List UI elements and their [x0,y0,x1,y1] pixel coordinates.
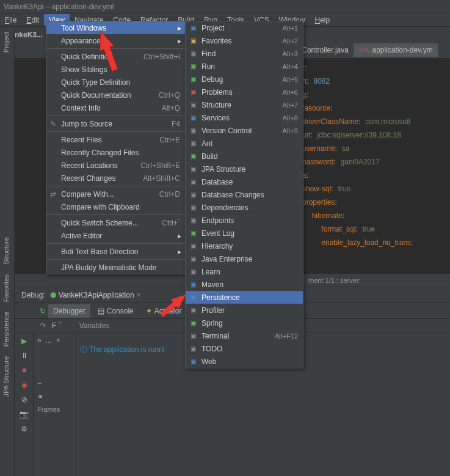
tool-window-item[interactable]: ▣TODO [186,342,303,355]
tool-window-item[interactable]: ▣Spring [186,317,303,329]
shortcut: Ctrl+D [159,190,180,199]
tool-label: Debug [201,75,223,84]
tool-icon: ▣ [189,255,197,263]
sidebar-tab-structure[interactable]: Structure [0,232,14,269]
menu-file[interactable]: File [0,14,21,26]
tool-label: Learn [201,268,220,276]
tool-window-item[interactable]: ▣ServicesAlt+8 [186,111,303,124]
tool-icon: ▣ [189,268,197,276]
tab-application-dev[interactable]: YML application-dev.ym [354,43,438,57]
stop-icon[interactable]: ■ [20,365,29,375]
prev-frame-icon[interactable]: » [37,336,42,345]
menu-item[interactable]: Context InfoAlt+Q [46,101,185,114]
menu-item[interactable]: Appearance▸ [46,34,185,47]
tool-icon: ▣ [189,280,197,289]
tool-window-item[interactable]: ▣Endpoints [186,214,303,227]
menu-item[interactable]: Tool Windows▸ [46,21,185,34]
tool-window-item[interactable]: ▣Java Enterprise [186,252,303,265]
minus-icon[interactable]: − [37,379,72,387]
tool-window-item[interactable]: ▣Web [186,355,303,368]
menu-item[interactable]: Recent ChangesAlt+Shift+C [46,172,185,185]
menu-item[interactable]: Quick DefinitionCtrl+Shift+I [46,50,185,63]
tool-icon: ▣ [189,37,197,45]
info-message: The application is runni [89,345,164,354]
tool-window-item[interactable]: ▣ProblemsAlt+6 [186,86,303,98]
sidebar-tab-jpa[interactable]: JPA Structure [0,351,14,401]
tool-icon: ▣ [189,88,197,97]
mute-breakpoints-icon[interactable]: ⊘ [20,395,29,405]
menu-label: Quick Definition [61,53,112,61]
step-over-icon[interactable]: ↷ [40,321,46,330]
tool-window-item[interactable]: ▣DebugAlt+5 [186,73,303,86]
tool-window-item[interactable]: ▣Database [186,175,303,188]
tool-icon: ▣ [189,49,197,58]
shortcut: Ctrl+Q [159,91,180,100]
tool-window-item[interactable]: ▣FavoritesAlt+2 [186,34,303,47]
menu-icon: ⇄ [49,190,57,199]
tool-label: Terminal [201,332,229,340]
tool-window-item[interactable]: ▣Persistence [186,291,303,304]
tab-debugger[interactable]: Debugger [48,304,90,318]
link-icon[interactable]: ⚭ [37,392,72,401]
tool-label: Project [201,24,224,32]
tool-icon: ▣ [189,152,197,161]
tool-window-item[interactable]: ▣TerminalAlt+F12 [186,329,303,342]
menu-label: Recent Changes [61,174,115,183]
menu-edit[interactable]: Edit [21,14,44,26]
tool-window-item[interactable]: ▣Learn [186,265,303,278]
rerun-icon[interactable]: ↻ [40,307,46,315]
camera-icon[interactable]: 📷 [20,409,29,419]
menu-item[interactable]: Recently Changed Files [46,146,185,159]
menu-item[interactable]: Recent LocationsCtrl+Shift+E [46,159,185,172]
menu-item[interactable]: ✎Jump to SourceF4 [46,117,185,130]
tool-label: Database [201,178,233,186]
menu-item[interactable]: Active Editor▸ [46,229,185,242]
menu-item[interactable]: Quick Switch Scheme...Ctrl+` [46,216,185,229]
title-bar: VankeK3Api – application-dev.yml [0,0,450,13]
menu-item[interactable]: Quick Type Definition [46,76,185,89]
run-config[interactable]: ⬢ VankeK3ApiApplication × [50,291,141,299]
shortcut: Ctrl+` [162,219,180,227]
menu-item[interactable]: ⇄Compare With...Ctrl+D [46,188,185,200]
menu-label: Jump to Source [61,120,112,128]
add-icon[interactable]: + [56,336,60,345]
sidebar-tab-persistence[interactable]: Persistence [0,307,14,351]
tool-window-item[interactable]: ▣Build [186,150,303,163]
tool-label: Persistence [201,293,240,302]
tool-window-item[interactable]: ▣StructureAlt+7 [186,98,303,111]
tool-icon: ▣ [189,306,197,315]
tool-window-item[interactable]: ▣Dependencies [186,201,303,214]
menu-item[interactable]: JPA Buddy Minimalistic Mode [46,261,185,274]
tool-window-item[interactable]: ▣Event Log [186,227,303,240]
menu-item[interactable]: Recent FilesCtrl+E [46,133,185,146]
resume-icon[interactable]: ▶ [20,336,29,346]
shortcut: Alt+7 [283,101,298,109]
tool-window-item[interactable]: ▣Version ControlAlt+9 [186,124,303,137]
tool-window-item[interactable]: ▣Profiler [186,304,303,317]
pause-icon[interactable]: ⏸ [20,351,29,361]
tool-window-item[interactable]: ▣Ant [186,137,303,150]
menu-item[interactable]: Compare with Clipboard [46,200,185,213]
tool-window-item[interactable]: ▣FindAlt+3 [186,47,303,60]
menu-item[interactable]: Quick DocumentationCtrl+Q [46,89,185,101]
shortcut: Ctrl+Shift+E [140,161,180,170]
tool-window-item[interactable]: ▣Maven [186,278,303,291]
sidebar-tab-favorites[interactable]: Favorites [0,269,14,307]
menu-help[interactable]: Help [310,14,335,26]
menu-item[interactable]: Bidi Text Base Direction▸ [46,245,185,258]
close-icon[interactable]: × [137,291,141,299]
tab-console[interactable]: ▤Console [93,304,139,318]
sidebar-tab-project[interactable]: Project [0,27,12,57]
view-breakpoints-icon[interactable]: ◉ [20,380,29,390]
next-frame-icon[interactable]: … [45,336,53,345]
tool-label: Services [201,114,230,122]
tool-label: Profiler [201,306,225,315]
frames-dropdown[interactable]: F ˇ [52,321,61,330]
settings-icon[interactable]: ⚙ [20,424,29,434]
tool-window-item[interactable]: ▣Database Changes [186,188,303,201]
tool-window-item[interactable]: ▣RunAlt+4 [186,60,303,73]
tool-window-item[interactable]: ▣JPA Structure [186,163,303,175]
tool-window-item[interactable]: ▣Hierarchy [186,240,303,252]
tool-window-item[interactable]: ▣ProjectAlt+1 [186,21,303,34]
tool-icon: ▣ [189,139,197,148]
